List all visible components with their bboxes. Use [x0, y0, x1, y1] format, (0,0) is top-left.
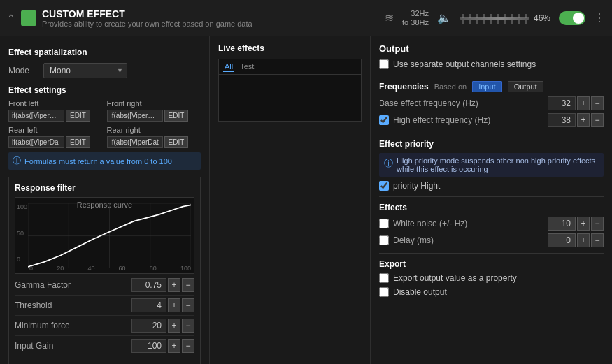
effect-settings-title: Effect settings	[8, 85, 201, 95]
param-value-input[interactable]	[131, 319, 166, 333]
high-freq-checkbox[interactable]	[379, 115, 389, 125]
param-minus-button[interactable]: −	[182, 319, 194, 333]
tab-test[interactable]: Test	[239, 61, 255, 72]
rear-right-edit-button[interactable]: EDIT	[164, 136, 189, 148]
param-plus-button[interactable]: +	[168, 339, 180, 353]
high-freq-input[interactable]	[548, 113, 576, 127]
power-toggle[interactable]	[559, 11, 585, 25]
left-panel: Effect spatialization Mode Mono Stereo S…	[0, 36, 210, 364]
base-freq-value-box: + −	[548, 96, 604, 110]
param-value-box: + −	[131, 278, 194, 292]
front-right-input[interactable]	[107, 110, 163, 122]
front-left-edit-button[interactable]: EDIT	[66, 110, 90, 122]
based-on-label: Based on	[434, 82, 467, 91]
effect-priority-title: Effect priority	[379, 139, 604, 149]
spatialization-title: Effect spatialization	[8, 48, 201, 57]
output-button[interactable]: Output	[508, 81, 543, 92]
tab-all[interactable]: All	[223, 61, 234, 72]
chart-svg	[28, 203, 191, 268]
base-freq-row: Base effect frequency (Hz) + −	[379, 96, 604, 110]
chart-y-labels: 100 50 0	[17, 203, 27, 263]
param-minus-button[interactable]: −	[182, 278, 194, 292]
front-left-input[interactable]	[8, 110, 64, 122]
high-freq-plus[interactable]: +	[577, 113, 590, 127]
right-panel: Output Use separate output channels sett…	[371, 36, 612, 364]
rear-right-label: Rear right	[107, 126, 201, 134]
use-separate-checkbox[interactable]	[379, 59, 389, 69]
rear-left-input[interactable]	[8, 136, 64, 148]
front-right-edit-button[interactable]: EDIT	[164, 110, 189, 122]
param-value-box: + −	[131, 298, 194, 312]
param-value-input[interactable]	[131, 298, 166, 312]
speaker-icon[interactable]: 🔈	[437, 11, 451, 24]
rear-left-edit-button[interactable]: EDIT	[66, 136, 90, 148]
high-priority-label: priority Hight	[393, 181, 440, 191]
effects-section: Effects White noise (+/- Hz) + − Delay (…	[379, 203, 604, 247]
rear-right-group: Rear right EDIT	[107, 126, 201, 148]
status-indicator	[21, 10, 36, 26]
high-freq-row: High effect frequency (Hz) + −	[379, 113, 604, 127]
rear-right-input[interactable]	[107, 136, 163, 148]
divider-3	[379, 196, 604, 197]
param-minus-button[interactable]: −	[182, 339, 194, 353]
param-plus-button[interactable]: +	[168, 298, 180, 312]
export-section: Export Export output value as a property…	[379, 259, 604, 297]
high-priority-row: priority Hight	[379, 181, 604, 191]
x-label-40: 40	[87, 265, 94, 272]
disable-output-checkbox[interactable]	[379, 287, 389, 297]
x-label-0: 0	[29, 265, 33, 272]
front-right-label: Front right	[107, 99, 201, 108]
white-noise-checkbox[interactable]	[379, 219, 389, 228]
export-title: Export	[379, 259, 604, 269]
mode-select[interactable]: Mono Stereo Surround	[43, 63, 127, 78]
base-freq-minus[interactable]: −	[591, 96, 604, 110]
mode-select-wrapper: Mono Stereo Surround	[43, 63, 127, 78]
param-plus-button[interactable]: +	[168, 319, 180, 333]
param-plus-button[interactable]: +	[168, 278, 180, 292]
params-container: Gamma Factor + − Threshold + − Minimum f…	[15, 278, 194, 356]
response-chart: Response curve 100 50 0	[15, 197, 194, 274]
param-name: Minimum force	[15, 321, 131, 330]
white-noise-value-box: + −	[548, 217, 604, 231]
delay-minus[interactable]: −	[591, 233, 604, 247]
white-noise-input[interactable]	[548, 217, 576, 231]
base-freq-plus[interactable]: +	[577, 96, 590, 110]
volume-slider[interactable]	[460, 17, 529, 20]
freq-top: 32Hz	[411, 9, 429, 17]
y-label-0: 0	[17, 256, 27, 263]
param-value-input[interactable]	[131, 278, 166, 292]
frequencies-header: Frequencies Based on Input Output	[379, 81, 604, 92]
param-row: Minimum force + −	[15, 319, 194, 336]
param-minus-button[interactable]: −	[182, 298, 194, 312]
divider-2	[379, 133, 604, 133]
formula-notice: ⓘ Formulas must return a value from 0 to…	[8, 152, 201, 170]
param-name: Input Gain	[15, 341, 131, 351]
high-freq-minus[interactable]: −	[591, 113, 604, 127]
delay-input[interactable]	[548, 233, 576, 247]
top-bar-right: ≋ 32Hz to 38Hz 🔈	[385, 9, 605, 27]
white-noise-plus[interactable]: +	[577, 217, 590, 231]
front-left-input-row: EDIT	[8, 110, 103, 122]
chevron-up-icon[interactable]: ⌃	[7, 13, 15, 24]
base-freq-input[interactable]	[548, 96, 576, 110]
white-noise-row: White noise (+/- Hz) + −	[379, 217, 604, 231]
app-title: CUSTOM EFFECT	[42, 8, 252, 20]
formula-grid: Front left EDIT Front right EDIT Rear le…	[8, 99, 201, 148]
delay-plus[interactable]: +	[577, 233, 590, 247]
chart-x-labels: 0 20 40 60 80 100	[29, 265, 191, 272]
frequencies-section: Frequencies Based on Input Output Base e…	[379, 81, 604, 127]
delay-checkbox[interactable]	[379, 235, 389, 245]
white-noise-minus[interactable]: −	[591, 217, 604, 231]
high-freq-label: High effect frequency (Hz)	[393, 115, 490, 125]
title-block: CUSTOM EFFECT Provides ability to create…	[42, 8, 252, 28]
volume-percent: 46%	[534, 13, 550, 23]
param-value-input[interactable]	[131, 339, 166, 353]
priority-notice: ⓘ High priority mode suspends other non …	[379, 153, 604, 177]
input-button[interactable]: Input	[472, 81, 501, 92]
app-subtitle: Provides ability to create your own effe…	[42, 20, 252, 28]
export-output-checkbox[interactable]	[379, 273, 389, 283]
divider-4	[379, 253, 604, 254]
high-priority-checkbox[interactable]	[379, 181, 389, 191]
priority-info-icon: ⓘ	[384, 157, 393, 170]
more-options-icon[interactable]: ⋮	[594, 11, 605, 24]
